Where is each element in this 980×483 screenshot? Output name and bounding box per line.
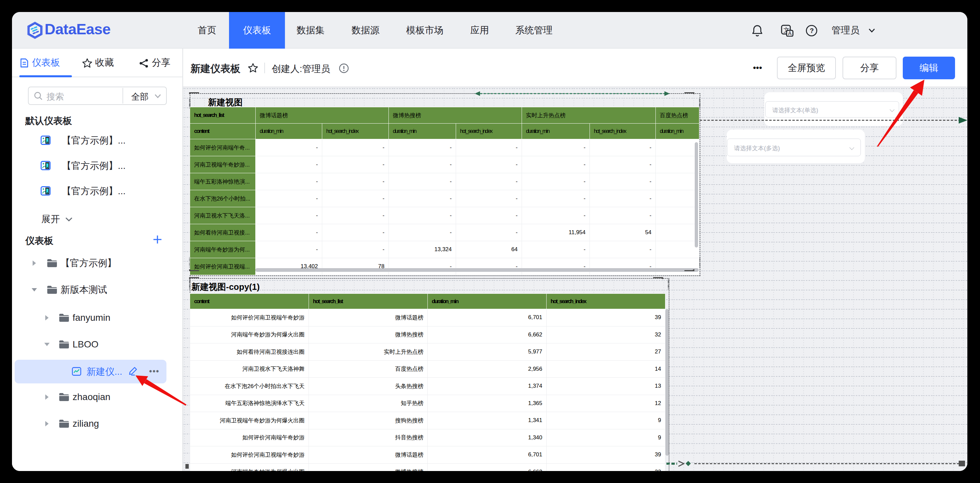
- svg-text:A: A: [788, 31, 792, 36]
- svg-text:?: ?: [810, 27, 813, 34]
